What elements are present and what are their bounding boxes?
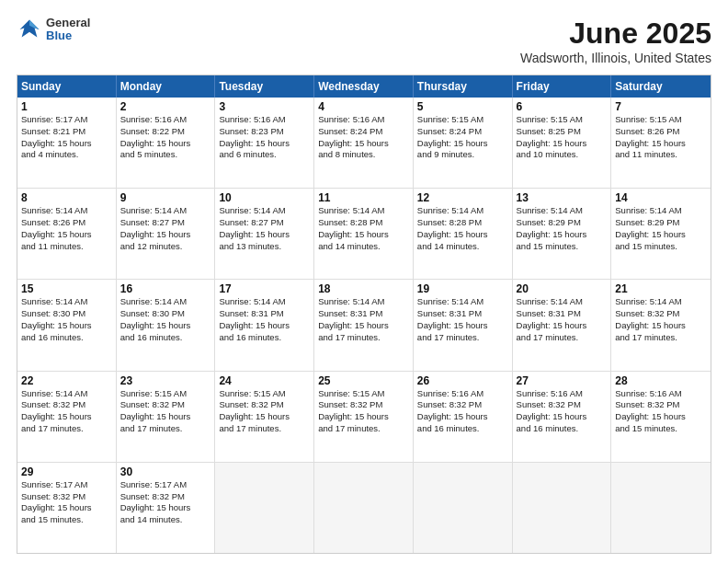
day-number: 21 — [615, 282, 707, 295]
main-title: June 2025 — [520, 17, 711, 51]
logo-icon — [17, 17, 42, 42]
calendar-cell: 13Sunrise: 5:14 AM Sunset: 8:29 PM Dayli… — [513, 189, 612, 279]
calendar-cell: 24Sunrise: 5:15 AM Sunset: 8:32 PM Dayli… — [215, 372, 314, 462]
calendar-cell: 29Sunrise: 5:17 AM Sunset: 8:32 PM Dayli… — [17, 463, 117, 553]
calendar-cell: 8Sunrise: 5:14 AM Sunset: 8:26 PM Daylig… — [17, 189, 117, 279]
day-info: Sunrise: 5:16 AM Sunset: 8:32 PM Dayligh… — [615, 388, 707, 435]
subtitle: Wadsworth, Illinois, United States — [520, 51, 711, 65]
day-info: Sunrise: 5:15 AM Sunset: 8:26 PM Dayligh… — [615, 114, 707, 161]
day-number: 24 — [219, 374, 310, 387]
calendar-cell — [314, 463, 414, 553]
day-info: Sunrise: 5:14 AM Sunset: 8:30 PM Dayligh… — [120, 296, 211, 343]
day-number: 12 — [417, 191, 508, 204]
day-info: Sunrise: 5:17 AM Sunset: 8:32 PM Dayligh… — [21, 479, 112, 526]
calendar-cell: 23Sunrise: 5:15 AM Sunset: 8:32 PM Dayli… — [117, 372, 216, 462]
logo-line1: General — [46, 17, 90, 29]
day-info: Sunrise: 5:14 AM Sunset: 8:31 PM Dayligh… — [417, 296, 508, 343]
calendar-row: 1Sunrise: 5:17 AM Sunset: 8:21 PM Daylig… — [17, 98, 711, 188]
calendar-cell: 3Sunrise: 5:16 AM Sunset: 8:23 PM Daylig… — [215, 98, 314, 188]
day-info: Sunrise: 5:15 AM Sunset: 8:24 PM Dayligh… — [417, 114, 508, 161]
calendar-body: 1Sunrise: 5:17 AM Sunset: 8:21 PM Daylig… — [17, 98, 711, 553]
day-number: 30 — [120, 465, 211, 478]
day-number: 18 — [318, 282, 409, 295]
day-info: Sunrise: 5:14 AM Sunset: 8:29 PM Dayligh… — [517, 205, 608, 252]
calendar-cell: 20Sunrise: 5:14 AM Sunset: 8:31 PM Dayli… — [513, 280, 612, 370]
day-info: Sunrise: 5:14 AM Sunset: 8:26 PM Dayligh… — [21, 205, 112, 252]
calendar-cell: 30Sunrise: 5:17 AM Sunset: 8:32 PM Dayli… — [117, 463, 216, 553]
calendar-cell: 12Sunrise: 5:14 AM Sunset: 8:28 PM Dayli… — [414, 189, 513, 279]
day-number: 3 — [219, 100, 310, 113]
day-info: Sunrise: 5:14 AM Sunset: 8:28 PM Dayligh… — [417, 205, 508, 252]
calendar-cell — [414, 463, 513, 553]
calendar-cell — [513, 463, 612, 553]
day-info: Sunrise: 5:16 AM Sunset: 8:24 PM Dayligh… — [318, 114, 409, 161]
day-info: Sunrise: 5:15 AM Sunset: 8:32 PM Dayligh… — [120, 388, 211, 435]
calendar-cell: 18Sunrise: 5:14 AM Sunset: 8:31 PM Dayli… — [314, 280, 414, 370]
day-info: Sunrise: 5:15 AM Sunset: 8:25 PM Dayligh… — [517, 114, 608, 161]
day-info: Sunrise: 5:14 AM Sunset: 8:27 PM Dayligh… — [219, 205, 310, 252]
day-info: Sunrise: 5:14 AM Sunset: 8:31 PM Dayligh… — [517, 296, 608, 343]
calendar-cell: 25Sunrise: 5:15 AM Sunset: 8:32 PM Dayli… — [314, 372, 414, 462]
calendar: SundayMondayTuesdayWednesdayThursdayFrid… — [17, 75, 711, 554]
day-number: 1 — [21, 100, 112, 113]
header: General Blue June 2025 Wadsworth, Illino… — [17, 17, 711, 65]
logo: General Blue — [17, 17, 90, 43]
day-info: Sunrise: 5:14 AM Sunset: 8:29 PM Dayligh… — [615, 205, 707, 252]
day-number: 6 — [517, 100, 608, 113]
calendar-cell: 17Sunrise: 5:14 AM Sunset: 8:31 PM Dayli… — [215, 280, 314, 370]
day-info: Sunrise: 5:14 AM Sunset: 8:27 PM Dayligh… — [120, 205, 211, 252]
calendar-cell: 21Sunrise: 5:14 AM Sunset: 8:32 PM Dayli… — [611, 280, 711, 370]
day-info: Sunrise: 5:14 AM Sunset: 8:31 PM Dayligh… — [318, 296, 409, 343]
day-number: 26 — [417, 374, 508, 387]
day-info: Sunrise: 5:17 AM Sunset: 8:21 PM Dayligh… — [21, 114, 112, 161]
day-info: Sunrise: 5:16 AM Sunset: 8:23 PM Dayligh… — [219, 114, 310, 161]
logo-line2: Blue — [46, 29, 90, 42]
day-number: 28 — [615, 374, 707, 387]
calendar-cell — [215, 463, 314, 553]
day-info: Sunrise: 5:16 AM Sunset: 8:22 PM Dayligh… — [120, 114, 211, 161]
day-info: Sunrise: 5:15 AM Sunset: 8:32 PM Dayligh… — [318, 388, 409, 435]
day-info: Sunrise: 5:17 AM Sunset: 8:32 PM Dayligh… — [120, 479, 211, 526]
calendar-cell: 9Sunrise: 5:14 AM Sunset: 8:27 PM Daylig… — [117, 189, 216, 279]
calendar-row: 29Sunrise: 5:17 AM Sunset: 8:32 PM Dayli… — [17, 462, 711, 553]
page: General Blue June 2025 Wadsworth, Illino… — [0, 0, 728, 563]
day-info: Sunrise: 5:14 AM Sunset: 8:31 PM Dayligh… — [219, 296, 310, 343]
day-info: Sunrise: 5:14 AM Sunset: 8:32 PM Dayligh… — [615, 296, 707, 343]
calendar-cell: 7Sunrise: 5:15 AM Sunset: 8:26 PM Daylig… — [611, 98, 711, 188]
day-number: 14 — [615, 191, 707, 204]
day-number: 10 — [219, 191, 310, 204]
calendar-header-cell: Wednesday — [314, 75, 414, 98]
calendar-cell: 14Sunrise: 5:14 AM Sunset: 8:29 PM Dayli… — [611, 189, 711, 279]
day-number: 19 — [417, 282, 508, 295]
logo-text: General Blue — [46, 17, 90, 43]
calendar-header-cell: Thursday — [414, 75, 513, 98]
day-info: Sunrise: 5:16 AM Sunset: 8:32 PM Dayligh… — [417, 388, 508, 435]
calendar-header-cell: Friday — [513, 75, 612, 98]
calendar-cell: 16Sunrise: 5:14 AM Sunset: 8:30 PM Dayli… — [117, 280, 216, 370]
day-info: Sunrise: 5:14 AM Sunset: 8:30 PM Dayligh… — [21, 296, 112, 343]
calendar-cell: 1Sunrise: 5:17 AM Sunset: 8:21 PM Daylig… — [17, 98, 117, 188]
calendar-row: 22Sunrise: 5:14 AM Sunset: 8:32 PM Dayli… — [17, 371, 711, 462]
calendar-header-cell: Saturday — [611, 75, 711, 98]
day-number: 22 — [21, 374, 112, 387]
calendar-cell: 15Sunrise: 5:14 AM Sunset: 8:30 PM Dayli… — [17, 280, 117, 370]
day-info: Sunrise: 5:14 AM Sunset: 8:32 PM Dayligh… — [21, 388, 112, 435]
calendar-row: 8Sunrise: 5:14 AM Sunset: 8:26 PM Daylig… — [17, 188, 711, 279]
calendar-cell: 19Sunrise: 5:14 AM Sunset: 8:31 PM Dayli… — [414, 280, 513, 370]
calendar-header-cell: Tuesday — [215, 75, 314, 98]
day-number: 23 — [120, 374, 211, 387]
day-info: Sunrise: 5:14 AM Sunset: 8:28 PM Dayligh… — [318, 205, 409, 252]
day-number: 29 — [21, 465, 112, 478]
calendar-cell: 4Sunrise: 5:16 AM Sunset: 8:24 PM Daylig… — [314, 98, 414, 188]
calendar-cell: 5Sunrise: 5:15 AM Sunset: 8:24 PM Daylig… — [414, 98, 513, 188]
day-number: 25 — [318, 374, 409, 387]
day-number: 9 — [120, 191, 211, 204]
day-info: Sunrise: 5:15 AM Sunset: 8:32 PM Dayligh… — [219, 388, 310, 435]
day-number: 2 — [120, 100, 211, 113]
calendar-cell: 27Sunrise: 5:16 AM Sunset: 8:32 PM Dayli… — [513, 372, 612, 462]
day-number: 5 — [417, 100, 508, 113]
calendar-cell: 2Sunrise: 5:16 AM Sunset: 8:22 PM Daylig… — [117, 98, 216, 188]
day-number: 11 — [318, 191, 409, 204]
calendar-row: 15Sunrise: 5:14 AM Sunset: 8:30 PM Dayli… — [17, 279, 711, 370]
calendar-cell: 22Sunrise: 5:14 AM Sunset: 8:32 PM Dayli… — [17, 372, 117, 462]
